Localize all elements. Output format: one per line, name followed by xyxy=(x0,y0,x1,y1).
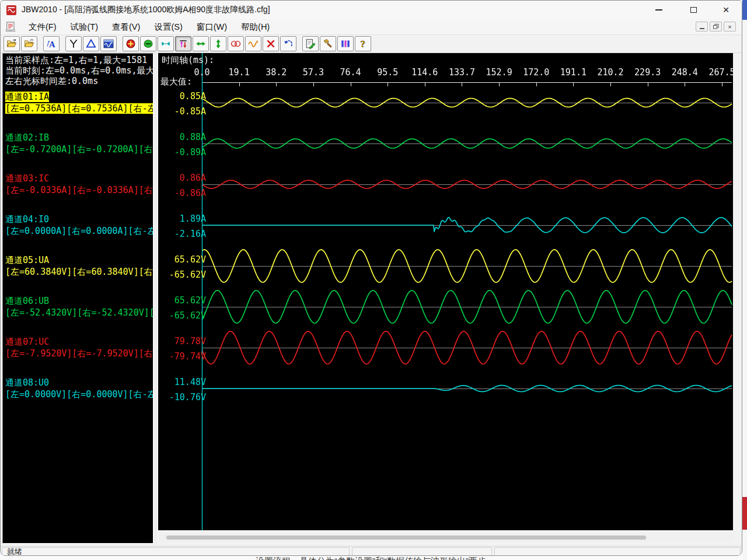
channel-6-label-text: 通道06:UB xyxy=(5,296,49,306)
edit-report-button[interactable] xyxy=(302,36,319,51)
waveform-canvas[interactable] xyxy=(158,53,733,530)
wye-connection-icon xyxy=(68,38,79,49)
mdi-minimize-icon xyxy=(700,28,704,29)
channel-4-label[interactable]: 通道04:I0 xyxy=(5,214,49,225)
zoom-in-time-button[interactable] xyxy=(123,36,139,51)
menu-item-test[interactable]: 试验(T) xyxy=(64,20,106,34)
channel-info-panel: 当前采样点:左=1,右=1,最大=1581 当前时刻:左=0.0ms,右=0.0… xyxy=(2,53,153,544)
menu-item-file[interactable]: 文件(F) xyxy=(22,20,64,34)
document-icon[interactable] xyxy=(5,22,17,32)
minimize-button[interactable] xyxy=(645,1,673,19)
help-icon: ? xyxy=(358,38,368,49)
current-time-readout: 当前时刻:左=0.0ms,右=0.0ms,最大 xyxy=(5,65,153,76)
open-folder-icon xyxy=(24,38,34,49)
delete-button[interactable] xyxy=(263,36,279,51)
app-icon xyxy=(6,5,16,15)
channel-8-values-text: [左=0.0000V][右=0.0000V][右-左 xyxy=(5,389,153,400)
channel-6-values-text: [左=-52.4320V][右=-52.4320V][ xyxy=(5,307,153,318)
menu-item-settings[interactable]: 设置(S) xyxy=(147,20,189,34)
channel-7-max-label: 79.78V xyxy=(158,336,206,346)
menu-item-view[interactable]: 查看(V) xyxy=(105,20,147,34)
delta-connection-button[interactable] xyxy=(83,36,99,51)
window-title: JBW2010 - [高阻消弧线圈接地系统1000欧姆A相90度非故障线路.cf… xyxy=(22,5,270,15)
channel-8-max-label: 11.48V xyxy=(158,377,206,387)
channel-3-label[interactable]: 通道03:IC xyxy=(5,173,49,184)
mdi-restore-button[interactable] xyxy=(710,22,722,32)
channel-4-min-label: -2.16A xyxy=(158,229,206,239)
expand-horizontal-icon xyxy=(196,38,206,49)
time-tick-label: 0.0 xyxy=(184,67,219,78)
expand-horizontal-button[interactable] xyxy=(193,36,209,51)
time-tick-label: 57.3 xyxy=(296,67,331,78)
channel-3-values[interactable]: [左=-0.0336A][右=-0.0336A][右- xyxy=(5,185,153,196)
time-tick-label: 267.5 xyxy=(704,67,733,78)
channel-1-values[interactable]: [左=0.7536A][右=0.7536A][右-左 xyxy=(5,103,153,114)
time-tick-label: 229.3 xyxy=(630,67,665,78)
channel-8-values[interactable]: [左=0.0000V][右=0.0000V][右-左 xyxy=(5,389,153,400)
channel-6-values[interactable]: [左=-52.4320V][右=-52.4320V][ xyxy=(5,307,153,318)
maximize-button[interactable] xyxy=(679,1,707,19)
cursor-sync-button[interactable] xyxy=(175,36,191,51)
channel-4-values[interactable]: [左=0.0000A][右=0.0000A][右-左 xyxy=(5,226,153,237)
channel-5-max-label: 65.62V xyxy=(158,254,206,265)
toolbar-separator xyxy=(298,36,302,51)
background-bottom-strip: 设置流程，具体分为“参数设置”和“数据传输与波形输出”两步 xyxy=(0,556,742,560)
panel-splitter[interactable] xyxy=(154,53,158,545)
waveform-window-icon xyxy=(103,38,114,49)
single-waveform-icon xyxy=(248,38,259,49)
mdi-close-button[interactable]: × xyxy=(724,22,736,32)
channel-6-max-label: 65.62V xyxy=(158,295,206,306)
channel-6-min-label: -65.62V xyxy=(158,310,206,321)
open-folder-button[interactable] xyxy=(21,36,37,51)
compress-horizontal-button[interactable] xyxy=(158,36,174,51)
time-tick-label: 114.6 xyxy=(407,67,442,78)
channel-1-label[interactable]: 通道01:IA xyxy=(5,92,49,103)
svg-text:A: A xyxy=(49,40,55,49)
status-text: 就绪 xyxy=(7,547,22,556)
wye-connection-button[interactable] xyxy=(65,36,82,51)
channel-7-label[interactable]: 通道07:UC xyxy=(5,337,49,348)
font-zoom-button[interactable]: A xyxy=(43,36,60,51)
close-button[interactable]: × xyxy=(712,1,740,19)
time-tick-label: 191.1 xyxy=(556,67,591,78)
background-document-text: 设置流程，具体分为“参数设置”和“数据传输与波形输出”两步 xyxy=(256,556,486,560)
delta-connection-icon xyxy=(86,38,96,49)
zoom-out-time-button[interactable] xyxy=(140,36,156,51)
waveform-panel: 时间轴(ms): 最大值: 0.019.138.257.376.495.5114… xyxy=(158,53,733,530)
single-waveform-button[interactable] xyxy=(245,36,261,51)
horizontal-scrollbar[interactable] xyxy=(159,533,733,542)
mdi-minimize-button[interactable] xyxy=(696,22,708,32)
channel-2-label[interactable]: 通道02:IB xyxy=(5,132,49,144)
channel-8-label[interactable]: 通道08:U0 xyxy=(5,377,49,388)
open-file-button[interactable] xyxy=(4,36,20,51)
settings-hammer-button[interactable] xyxy=(320,36,336,51)
menu-item-help[interactable]: 帮助(H) xyxy=(234,20,277,34)
data-table-button[interactable] xyxy=(337,36,354,51)
channel-7-values[interactable]: [左=-7.9520V][右=-7.9520V][右- xyxy=(5,348,153,359)
undo-button[interactable] xyxy=(280,36,296,51)
overlay-waveforms-button[interactable] xyxy=(228,36,244,51)
time-tick-label: 172.0 xyxy=(519,67,554,78)
scrollbar-thumb[interactable] xyxy=(166,536,646,540)
channel-6-label[interactable]: 通道06:UB xyxy=(5,296,49,307)
toolbar: A? xyxy=(1,34,742,53)
menu-item-window[interactable]: 窗口(W) xyxy=(190,20,234,34)
open-file-icon xyxy=(6,38,17,49)
channel-5-label[interactable]: 通道05:UA xyxy=(5,255,49,266)
waveform-window-button[interactable] xyxy=(100,36,117,51)
undo-icon xyxy=(283,38,294,49)
time-tick-label: 38.2 xyxy=(259,67,294,78)
channel-3-max-label: 0.86A xyxy=(158,173,206,183)
data-table-icon xyxy=(340,38,351,49)
background-right-strip xyxy=(742,0,747,560)
channel-5-values[interactable]: [左=60.3840V][右=60.3840V][右- xyxy=(5,267,153,278)
channel-3-label-text: 通道03:IC xyxy=(5,173,49,184)
help-button[interactable]: ? xyxy=(355,36,371,51)
status-panel-main: 就绪 xyxy=(2,547,350,556)
expand-vertical-icon xyxy=(213,38,224,49)
background-blue-fragment xyxy=(742,0,747,20)
expand-vertical-button[interactable] xyxy=(210,36,226,51)
channel-7-min-label: -79.74V xyxy=(158,351,206,362)
channel-2-values[interactable]: [左=-0.7200A][右=-0.7200A][右- xyxy=(5,144,153,155)
close-icon: × xyxy=(722,4,729,16)
